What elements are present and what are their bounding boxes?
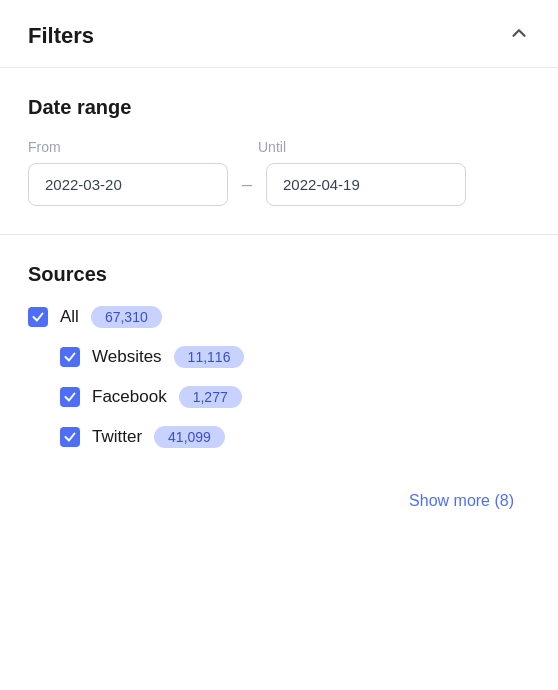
- date-range-section: Date range From Until –: [0, 68, 558, 206]
- checkbox-twitter[interactable]: [60, 427, 80, 447]
- source-item-websites: Websites 11,116: [28, 346, 530, 368]
- filters-header: Filters: [0, 0, 558, 68]
- sources-section: Sources All 67,310 Websites 11,116: [0, 235, 558, 448]
- source-count-all: 67,310: [91, 306, 162, 328]
- source-label-all: All: [60, 307, 79, 327]
- until-date-input[interactable]: [266, 163, 466, 206]
- show-more-button[interactable]: Show more (8): [393, 484, 530, 518]
- from-label: From: [28, 139, 228, 155]
- source-count-twitter: 41,099: [154, 426, 225, 448]
- source-count-facebook: 1,277: [179, 386, 242, 408]
- until-label: Until: [258, 139, 286, 155]
- date-inputs-row: –: [28, 163, 530, 206]
- source-item-all: All 67,310: [28, 306, 530, 328]
- checkbox-websites[interactable]: [60, 347, 80, 367]
- show-more-row: Show more (8): [0, 466, 558, 546]
- date-range-title: Date range: [28, 96, 530, 119]
- date-labels: From Until: [28, 139, 530, 155]
- source-label-facebook: Facebook: [92, 387, 167, 407]
- filters-panel: Filters Date range From Until – Sources: [0, 0, 558, 690]
- checkbox-all[interactable]: [28, 307, 48, 327]
- from-date-input[interactable]: [28, 163, 228, 206]
- source-label-websites: Websites: [92, 347, 162, 367]
- source-item-facebook: Facebook 1,277: [28, 386, 530, 408]
- filters-title: Filters: [28, 23, 94, 49]
- source-count-websites: 11,116: [174, 346, 245, 368]
- checkbox-facebook[interactable]: [60, 387, 80, 407]
- chevron-up-icon[interactable]: [508, 22, 530, 49]
- source-item-twitter: Twitter 41,099: [28, 426, 530, 448]
- sources-title: Sources: [28, 263, 530, 286]
- date-separator: –: [238, 174, 256, 195]
- source-label-twitter: Twitter: [92, 427, 142, 447]
